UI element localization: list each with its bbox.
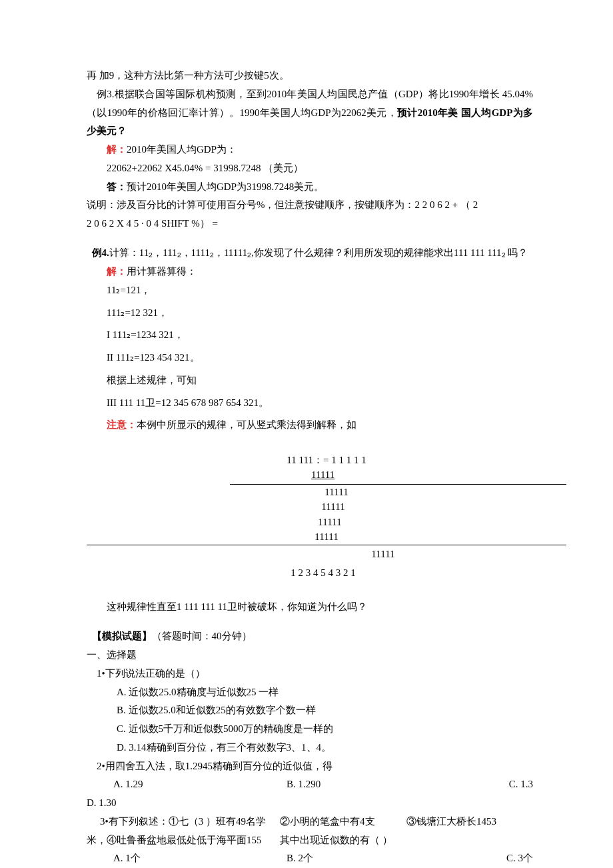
ex4-caution: 注意：本例中所显示的规律，可从竖式乘法得到解释，如 <box>87 416 533 435</box>
exam-heading: 【模拟试题】 <box>92 631 152 641</box>
mult-top2: 11111 <box>311 467 334 483</box>
q2-a: A. 1.29 <box>87 775 287 794</box>
q1-b: B. 近似数25.0和近似数25的有效数字个数一样 <box>87 701 533 720</box>
ex4-solve-label: 解： <box>107 266 127 277</box>
q3-l2b: 其中出现近似数的有（ ） <box>280 831 406 850</box>
section1: 一、选择题 <box>87 646 533 665</box>
caution-label: 注意： <box>107 419 137 430</box>
q3-c: C. 3个 <box>460 849 533 868</box>
q1-stem: 1•下列说法正确的是（） <box>87 665 533 683</box>
exam-time: （答题时间：40分钟） <box>152 631 252 641</box>
exam-heading-row: 【模拟试题】（答题时间：40分钟） <box>87 627 533 646</box>
mult-m1: 11111 <box>87 485 533 500</box>
q3-line1: 3•有下列叙述：①七（3 ）班有49名学 ②小明的笔盒中有4支 ③钱塘江大桥长1… <box>87 813 533 831</box>
ex4-solve: 解：用计算器算得： <box>87 263 533 281</box>
ex4-rule: 根据上述规律，可知 <box>87 371 533 390</box>
mult-result: 1 2 3 4 5 4 3 2 1 <box>87 565 533 581</box>
mult-top1: 11 111：= 1 1 1 1 1 <box>87 453 533 468</box>
q3-empty <box>406 831 533 850</box>
ans-text: 预计2010年美国人均GDP为31998.7248美元。 <box>127 181 324 192</box>
q3-l1a: 3•有下列叙述：①七（3 ）班有49名学 <box>87 813 280 831</box>
ex3-calc: 22062+22062 X45.04% = 31998.7248 （美元） <box>87 159 533 178</box>
ex4-r2: 111₂=12 321， <box>87 304 533 323</box>
solve-text: 2010年美国人均GDP为： <box>127 144 237 155</box>
q1-c: C. 近似数5千万和近似数5000万的精确度是一样的 <box>87 720 533 739</box>
q2-d: D. 1.30 <box>87 794 533 813</box>
example4: 例4.计算：11₂，111₂，1111₂，11111₂,你发现了什么规律？利用所… <box>87 244 533 263</box>
ans-label: 答： <box>107 181 127 192</box>
ex4-r5: III 111 11卫=12 345 678 987 654 321。 <box>87 394 533 413</box>
q3-options: A. 1个 B. 2个 C. 3个 <box>87 849 533 868</box>
ex3-answer: 答：预计2010年美国人均GDP为31998.7248美元。 <box>87 178 533 197</box>
q2-c: C. 1.3 <box>460 775 533 794</box>
mult-m3: 11111 <box>87 515 533 530</box>
mult-m4: 11111 <box>87 529 533 545</box>
caution-text: 本例中所显示的规律，可从竖式乘法得到解释，如 <box>137 419 356 430</box>
ex4-label: 例4. <box>92 247 109 258</box>
intro-line0: 再 加9，这种方法比第一种方法可少按键5次。 <box>87 67 533 85</box>
ex4-r4: II 111₂=123 454 321。 <box>87 349 533 367</box>
mult-top-rule: 11111 <box>230 467 566 485</box>
ex4-r1: 11₂=121， <box>87 281 533 300</box>
mult-bottom-rule: 11111 <box>87 545 566 562</box>
q1-d: D. 3.14精确到百分位，有三个有效数字3、1、4。 <box>87 739 533 757</box>
ex3-note1: 说明：涉及百分比的计算可使用百分号%，但注意按键顺序，按键顺序为：2 2 0 6… <box>87 196 533 215</box>
example3: 例3.根据联合国等国际机构预测，至到2010年美国人均国民总产值（GDP）将比1… <box>87 85 533 141</box>
q2-stem: 2•用四舍五入法，取1.2945精确到百分位的近似值，得 <box>87 757 533 776</box>
ex4-solve-text: 用计算器算得： <box>127 266 197 277</box>
mult-m2: 11111 <box>87 499 533 515</box>
q2-options-row1: A. 1.29 B. 1.290 C. 1.3 <box>87 775 533 794</box>
q3-b: B. 2个 <box>287 849 460 868</box>
q1-a: A. 近似数25.0精确度与近似数25 一样 <box>87 683 533 702</box>
mult-tail: 这种规律性直至1 111 111 11卫时被破坏，你知道为什么吗？ <box>87 598 533 617</box>
ex4-r3: I 111₂=1234 321， <box>87 326 533 345</box>
q3-a: A. 1个 <box>87 849 287 868</box>
q2-b: B. 1.290 <box>287 775 460 794</box>
ex3-label: 例3. <box>97 89 114 99</box>
solve-label: 解： <box>107 144 127 155</box>
q3-l1b: ②小明的笔盒中有4支 <box>280 813 406 831</box>
multiplication-column: 11 111：= 1 1 1 1 1 11111 11111 11111 111… <box>87 453 533 581</box>
q3-l1c: ③钱塘江大桥长1453 <box>406 813 533 831</box>
ex3-solve: 解：2010年美国人均GDP为： <box>87 141 533 159</box>
q3-l2a: 米，④吐鲁番盆地最低处低于海平面155 <box>87 831 280 850</box>
q3-line2: 米，④吐鲁番盆地最低处低于海平面155 其中出现近似数的有（ ） <box>87 831 533 850</box>
ex3-note2: 2 0 6 2 X 4 5 · 0 4 SHIFT %） = <box>87 215 533 233</box>
mult-m5: 11111 <box>371 549 394 559</box>
ex4-body: 计算：11₂，111₂，1111₂，11111₂,你发现了什么规律？利用所发现的… <box>109 247 528 258</box>
